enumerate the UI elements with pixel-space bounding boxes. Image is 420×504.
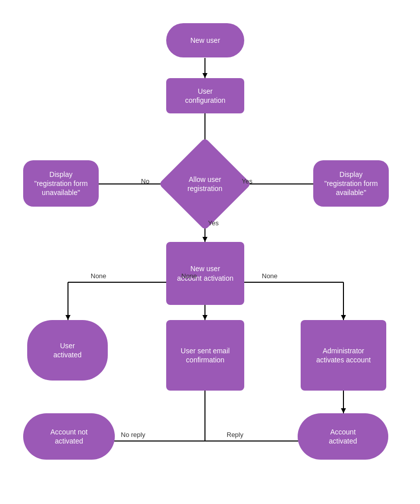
user-config-node: User configuration xyxy=(166,78,244,113)
new-user-node: New user xyxy=(166,23,244,57)
user-activated-node: User activated xyxy=(27,320,108,381)
none3-label: None xyxy=(262,272,277,280)
none2-label: None xyxy=(181,272,197,280)
allow-reg-diamond: Allow user registration xyxy=(172,151,238,217)
svg-marker-9 xyxy=(202,237,207,242)
svg-marker-12 xyxy=(65,315,71,320)
no-label: No xyxy=(141,177,150,185)
svg-marker-19 xyxy=(341,408,346,413)
yes-right-label: Yes xyxy=(242,177,252,185)
yes-down-label: Yes xyxy=(208,219,219,227)
no-reply-label: No reply xyxy=(121,431,145,438)
flowchart: New user User configuration Allow user r… xyxy=(0,0,420,504)
account-activated-node: Account activated xyxy=(298,413,388,460)
user-sent-email-node: User sent email confirmation xyxy=(166,320,244,391)
none1-label: None xyxy=(91,272,106,280)
account-not-activated-node: Account not activated xyxy=(23,413,115,460)
svg-marker-1 xyxy=(202,73,207,78)
svg-marker-14 xyxy=(202,315,207,320)
display-unavail-node: Display "registration form unavailable" xyxy=(23,160,99,207)
new-user-activation-node: New user account activation xyxy=(166,242,244,305)
reply-label: Reply xyxy=(227,431,243,438)
admin-activates-node: Administrator activates account xyxy=(301,320,386,391)
display-avail-node: Display "registration form available" xyxy=(313,160,389,207)
svg-marker-17 xyxy=(341,315,346,320)
